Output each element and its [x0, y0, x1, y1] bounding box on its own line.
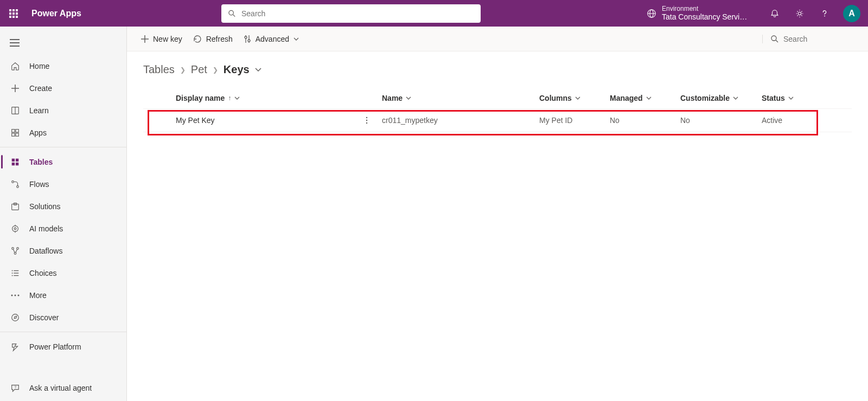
chevron-down-icon[interactable] [255, 68, 261, 72]
th-label: Managed [610, 94, 643, 102]
tables-icon [10, 157, 21, 167]
cmdbar-search[interactable] [762, 35, 859, 43]
svg-point-42 [12, 314, 19, 321]
svg-point-31 [17, 247, 19, 249]
breadcrumb-pet[interactable]: Pet [191, 63, 207, 76]
powerplatform-icon [10, 341, 21, 352]
svg-point-32 [14, 252, 16, 254]
user-avatar[interactable]: A [843, 5, 860, 22]
app-launcher[interactable] [0, 0, 27, 27]
nav-label: Flows [29, 180, 49, 189]
nav-item-powerplatform[interactable]: Power Platform [0, 335, 126, 358]
nav-label: Ask a virtual agent [29, 384, 92, 392]
search-icon [228, 9, 236, 18]
env-name: Tata Consultancy Servic... [662, 12, 749, 22]
suite-header: Power Apps Environment Tata Consultancy … [0, 0, 868, 27]
svg-point-22 [12, 180, 14, 183]
breadcrumb-keys: Keys [224, 63, 250, 76]
shell: Home Create Learn Apps Tables Flows Solu… [0, 27, 868, 401]
env-picker[interactable]: Environment Tata Consultancy Servic... [647, 5, 749, 22]
nav-label: Dataflows [29, 247, 62, 255]
apps-icon [10, 127, 21, 138]
nav-item-create[interactable]: Create [0, 77, 126, 99]
nav-label: Apps [29, 128, 47, 137]
nav-item-dataflows[interactable]: Dataflows [0, 240, 126, 262]
nav-item-flows[interactable]: Flows [0, 173, 126, 195]
nav-item-learn[interactable]: Learn [0, 99, 126, 121]
gear-icon [795, 9, 805, 18]
svg-point-30 [12, 247, 14, 249]
flows-icon [10, 179, 21, 190]
svg-point-37 [12, 273, 13, 274]
chevron-right-icon: ❯ [180, 66, 186, 74]
chevron-down-icon [293, 37, 299, 41]
svg-point-52 [366, 117, 367, 118]
command-bar: New key Refresh Advanced [127, 27, 868, 51]
content: Tables ❯ Pet ❯ Keys Display name ↑ Name [127, 51, 868, 132]
nav-divider [0, 332, 126, 332]
nav-item-discover[interactable]: Discover [0, 306, 126, 328]
notifications-button[interactable] [766, 5, 783, 22]
bell-icon [770, 9, 780, 18]
help-button[interactable] [816, 5, 833, 22]
sort-asc-icon: ↑ [228, 94, 231, 102]
col-name[interactable]: Name [382, 94, 539, 102]
svg-line-51 [776, 40, 778, 42]
plus-icon [141, 35, 149, 43]
table-header-row: Display name ↑ Name Columns Managed [143, 88, 852, 108]
svg-point-48 [245, 36, 247, 38]
nav-item-askagent[interactable]: ? Ask a virtual agent [0, 375, 126, 401]
waffle-icon [9, 9, 18, 18]
nav-item-tables[interactable]: Tables [0, 151, 126, 173]
nav-label: Solutions [29, 202, 61, 211]
global-search[interactable] [221, 4, 481, 23]
nav-label: Choices [29, 269, 57, 277]
svg-point-49 [248, 40, 250, 42]
th-label: Status [762, 94, 785, 102]
svg-point-40 [15, 294, 16, 296]
chat-icon: ? [10, 383, 21, 393]
svg-point-27 [14, 228, 16, 230]
col-displayname[interactable]: Display name ↑ [176, 94, 360, 102]
nav-label: Learn [29, 106, 49, 115]
th-label: Columns [539, 94, 572, 102]
cell-managed: No [610, 116, 680, 125]
advanced-button[interactable]: Advanced [238, 31, 304, 47]
newkey-button[interactable]: New key [136, 31, 188, 47]
th-label: Display name [176, 94, 225, 102]
refresh-button[interactable]: Refresh [188, 31, 238, 47]
breadcrumb-tables[interactable]: Tables [143, 63, 175, 76]
nav-label: Discover [29, 313, 59, 322]
env-txt: Environment Tata Consultancy Servic... [662, 5, 749, 22]
col-status[interactable]: Status [762, 94, 827, 102]
svg-point-5 [798, 12, 801, 15]
nav-item-solutions[interactable]: Solutions [0, 195, 126, 217]
col-customizable[interactable]: Customizable [680, 94, 762, 102]
settings-button[interactable] [791, 5, 808, 22]
discover-icon [10, 312, 21, 323]
svg-line-1 [233, 14, 235, 16]
nav-item-home[interactable]: Home [0, 55, 126, 77]
cmdbar-search-input[interactable] [783, 35, 859, 43]
table-row[interactable]: My Pet Key cr011_mypetkey My Pet ID No N… [143, 108, 852, 132]
chevron-down-icon [733, 96, 738, 100]
nav-item-more[interactable]: More [0, 284, 126, 306]
svg-point-36 [12, 270, 13, 271]
choices-icon [10, 268, 21, 279]
nav-item-apps[interactable]: Apps [0, 121, 126, 144]
row-more-button[interactable] [360, 114, 373, 127]
solutions-icon [10, 201, 21, 212]
main-area: New key Refresh Advanced Tables ❯ Pet [127, 27, 868, 401]
dataflows-icon [10, 245, 21, 256]
col-columns[interactable]: Columns [539, 94, 610, 102]
nav-item-choices[interactable]: Choices [0, 262, 126, 284]
nav-toggle[interactable] [0, 31, 126, 55]
nav-item-aimodels[interactable]: AI models [0, 217, 126, 240]
global-search-input[interactable] [241, 9, 474, 18]
col-managed[interactable]: Managed [610, 94, 680, 102]
more-vertical-icon [366, 117, 368, 124]
svg-point-38 [12, 275, 13, 276]
chevron-down-icon [406, 96, 411, 100]
cell-displayname: My Pet Key [176, 116, 360, 125]
environment-icon [647, 9, 656, 18]
